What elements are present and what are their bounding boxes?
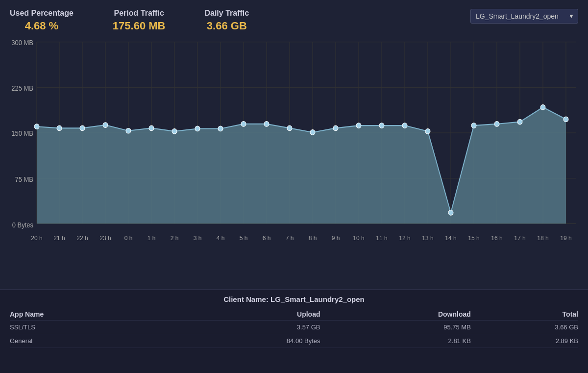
svg-text:0 Bytes: 0 Bytes — [12, 221, 34, 228]
col-header-upload: Upload — [166, 308, 320, 321]
svg-point-41 — [172, 128, 177, 134]
svg-text:14 h: 14 h — [445, 235, 456, 242]
svg-point-53 — [448, 210, 453, 216]
cell-upload: 3.57 GB — [166, 321, 320, 334]
svg-point-52 — [425, 128, 430, 134]
svg-text:15 h: 15 h — [468, 235, 479, 242]
period-traffic-value: 175.60 MB — [113, 20, 166, 32]
table-row: SSL/TLS 3.57 GB 95.75 MB 3.66 GB — [10, 321, 578, 334]
svg-text:21 h: 21 h — [53, 235, 65, 242]
top-panel: Used Percentage 4.68 % Period Traffic 17… — [0, 0, 588, 289]
svg-text:22 h: 22 h — [76, 235, 88, 242]
svg-text:225 MB: 225 MB — [11, 84, 33, 92]
svg-text:2 h: 2 h — [171, 235, 179, 242]
svg-point-38 — [103, 123, 108, 128]
daily-traffic-block: Daily Traffic 3.66 GB — [204, 9, 249, 32]
client-dropdown[interactable]: LG_Smart_Laundry2_open — [470, 9, 578, 24]
svg-text:0 h: 0 h — [124, 235, 133, 242]
svg-text:18 h: 18 h — [537, 235, 548, 242]
svg-text:5 h: 5 h — [240, 235, 248, 242]
daily-traffic-label: Daily Traffic — [204, 9, 249, 18]
cell-total: 3.66 GB — [471, 321, 578, 334]
svg-point-51 — [402, 123, 407, 128]
svg-point-58 — [564, 117, 568, 122]
svg-text:19 h: 19 h — [560, 235, 571, 242]
chart-svg: 300 MB 225 MB 150 MB 75 MB 0 Bytes — [10, 37, 578, 277]
svg-text:16 h: 16 h — [491, 235, 502, 242]
svg-point-40 — [149, 125, 154, 131]
client-title: Client Name: LG_Smart_Laundry2_open — [10, 295, 578, 303]
svg-text:20 h: 20 h — [31, 235, 42, 242]
period-traffic-block: Period Traffic 175.60 MB — [113, 9, 166, 32]
svg-text:3 h: 3 h — [194, 235, 202, 242]
svg-point-56 — [517, 119, 522, 124]
stats-row: Used Percentage 4.68 % Period Traffic 17… — [10, 5, 578, 34]
svg-point-57 — [540, 104, 545, 110]
cell-download: 2.81 KB — [320, 334, 471, 348]
svg-point-49 — [356, 123, 361, 128]
client-dropdown-wrapper[interactable]: LG_Smart_Laundry2_open ▼ — [470, 9, 578, 24]
period-traffic-label: Period Traffic — [113, 9, 166, 18]
svg-point-44 — [241, 122, 246, 127]
svg-text:11 h: 11 h — [376, 235, 387, 242]
svg-text:12 h: 12 h — [399, 235, 410, 242]
cell-app-name: SSL/TLS — [10, 321, 166, 334]
svg-point-39 — [126, 128, 131, 133]
bottom-panel: Client Name: LG_Smart_Laundry2_open App … — [0, 289, 588, 373]
cell-total: 2.89 KB — [471, 334, 578, 348]
svg-point-47 — [310, 130, 315, 135]
svg-point-35 — [34, 124, 39, 129]
table-row: General 84.00 Bytes 2.81 KB 2.89 KB — [10, 334, 578, 348]
svg-text:8 h: 8 h — [309, 235, 317, 242]
svg-text:7 h: 7 h — [286, 235, 294, 242]
traffic-chart: 300 MB 225 MB 150 MB 75 MB 0 Bytes — [10, 37, 578, 277]
svg-point-46 — [287, 125, 292, 131]
col-header-app-name: App Name — [10, 308, 166, 321]
svg-point-48 — [333, 125, 338, 131]
used-percentage-block: Used Percentage 4.68 % — [10, 9, 74, 32]
svg-text:4 h: 4 h — [217, 235, 225, 242]
svg-point-43 — [218, 126, 223, 131]
svg-text:17 h: 17 h — [514, 235, 525, 242]
svg-text:9 h: 9 h — [332, 235, 340, 242]
svg-text:75 MB: 75 MB — [15, 176, 33, 183]
cell-download: 95.75 MB — [320, 321, 471, 334]
traffic-table: App Name Upload Download Total SSL/TLS 3… — [10, 308, 578, 348]
svg-text:1 h: 1 h — [147, 235, 156, 242]
col-header-total: Total — [471, 308, 578, 321]
svg-point-37 — [80, 125, 85, 131]
svg-text:6 h: 6 h — [263, 235, 271, 242]
svg-point-42 — [195, 126, 200, 131]
cell-app-name: General — [10, 334, 166, 348]
svg-point-45 — [264, 122, 269, 127]
svg-point-55 — [494, 122, 499, 127]
svg-text:23 h: 23 h — [99, 235, 111, 242]
svg-text:13 h: 13 h — [422, 235, 433, 242]
used-percentage-label: Used Percentage — [10, 9, 74, 18]
cell-upload: 84.00 Bytes — [166, 334, 320, 348]
svg-point-54 — [471, 123, 476, 128]
svg-text:150 MB: 150 MB — [11, 130, 33, 137]
daily-traffic-value: 3.66 GB — [204, 20, 249, 32]
svg-text:300 MB: 300 MB — [11, 39, 33, 47]
svg-point-50 — [379, 123, 384, 128]
col-header-download: Download — [320, 308, 471, 321]
svg-text:10 h: 10 h — [353, 235, 364, 242]
svg-point-36 — [57, 125, 62, 131]
used-percentage-value: 4.68 % — [10, 20, 74, 32]
